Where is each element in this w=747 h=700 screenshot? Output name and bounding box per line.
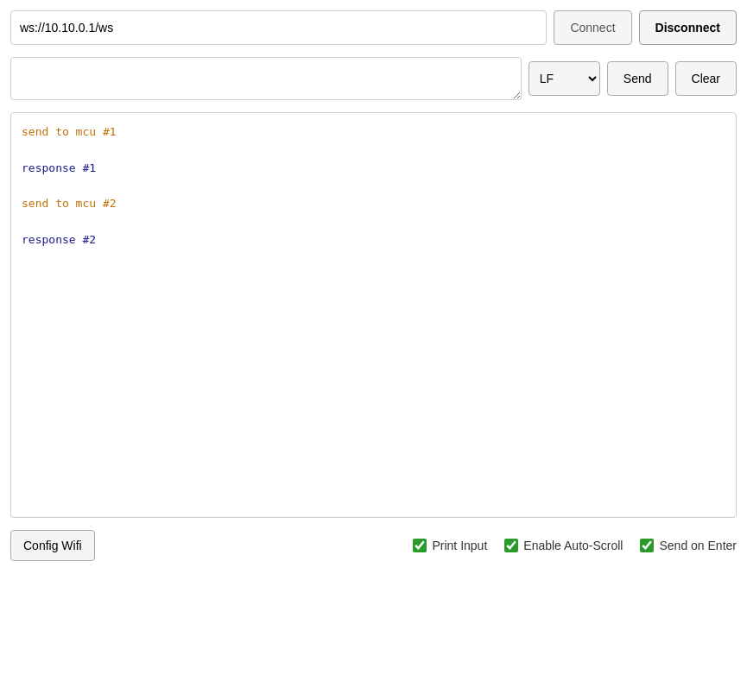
clear-button[interactable]: Clear — [675, 61, 737, 96]
log-line: send to mcu #1 — [22, 123, 725, 142]
disconnect-button[interactable]: Disconnect — [639, 10, 737, 45]
message-bar: LF CR CR+LF None Send Clear — [10, 57, 737, 100]
log-line: response #2 — [22, 231, 725, 249]
log-line: send to mcu #2 — [22, 195, 725, 213]
config-wifi-button[interactable]: Config Wifi — [10, 530, 95, 561]
url-input[interactable] — [10, 10, 547, 45]
auto-scroll-group[interactable]: Enable Auto-Scroll — [504, 539, 623, 552]
send-on-enter-group[interactable]: Send on Enter — [640, 539, 737, 552]
send-on-enter-label: Send on Enter — [659, 539, 737, 552]
lf-select[interactable]: LF CR CR+LF None — [529, 61, 600, 96]
print-input-group[interactable]: Print Input — [413, 539, 487, 552]
log-area: send to mcu #1 response #1 send to mcu #… — [10, 112, 737, 518]
bottom-options: Print Input Enable Auto-Scroll Send on E… — [413, 539, 737, 552]
send-button[interactable]: Send — [607, 61, 668, 96]
auto-scroll-checkbox[interactable] — [504, 539, 518, 552]
message-input[interactable] — [10, 57, 522, 100]
top-bar: Connect Disconnect — [10, 10, 737, 45]
connect-button[interactable]: Connect — [554, 10, 631, 45]
auto-scroll-label: Enable Auto-Scroll — [523, 539, 623, 552]
print-input-label: Print Input — [432, 539, 487, 552]
print-input-checkbox[interactable] — [413, 539, 427, 552]
bottom-bar: Config Wifi Print Input Enable Auto-Scro… — [10, 530, 737, 561]
log-line: response #1 — [22, 160, 725, 178]
send-on-enter-checkbox[interactable] — [640, 539, 654, 552]
